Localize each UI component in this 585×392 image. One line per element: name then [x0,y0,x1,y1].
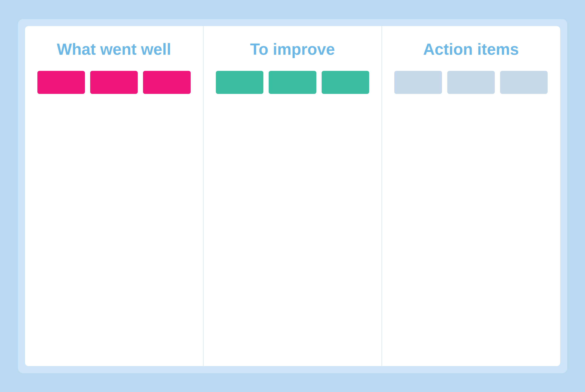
column-title-action-items: Action items [394,40,547,58]
cards-row-to-improve [216,71,369,94]
card-light-blue-3[interactable] [500,71,547,94]
card-teal-1[interactable] [216,71,263,94]
card-teal-2[interactable] [269,71,316,94]
column-to-improve: To improve [203,26,382,366]
card-teal-3[interactable] [322,71,369,94]
card-pink-3[interactable] [143,71,191,94]
cards-row-what-went-well [38,71,191,94]
column-title-what-went-well: What went well [38,40,191,58]
card-light-blue-2[interactable] [447,71,495,94]
column-action-items: Action items [382,26,560,366]
card-pink-1[interactable] [38,71,85,94]
column-title-to-improve: To improve [216,40,369,58]
column-what-went-well: What went well [25,26,203,366]
retro-board: What went well To improve Action items [25,26,560,366]
card-pink-2[interactable] [90,71,138,94]
cards-row-action-items [394,71,547,94]
outer-border: What went well To improve Action items [18,19,567,373]
card-light-blue-1[interactable] [394,71,442,94]
